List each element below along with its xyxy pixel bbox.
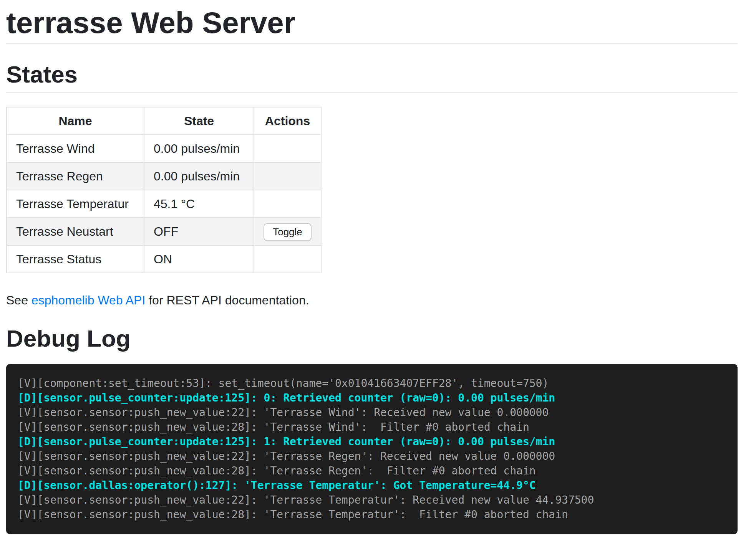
row-state: OFF bbox=[144, 218, 254, 245]
states-divider bbox=[6, 92, 738, 93]
api-note: See esphomelib Web API for REST API docu… bbox=[6, 291, 738, 309]
table-row: Terrasse Temperatur 45.1 °C bbox=[7, 190, 321, 218]
row-state: 45.1 °C bbox=[144, 190, 254, 218]
table-row: Terrasse Neustart OFF Toggle bbox=[7, 218, 321, 245]
row-name: Terrasse Regen bbox=[7, 162, 144, 190]
log-line: [V][sensor.sensor:push_new_value:22]: 'T… bbox=[18, 405, 726, 420]
toggle-button[interactable]: Toggle bbox=[264, 223, 312, 241]
log-line: [D][sensor.dallas:operator():127]: 'Terr… bbox=[18, 478, 726, 493]
api-note-prefix: See bbox=[6, 293, 32, 307]
row-state: 0.00 pulses/min bbox=[144, 135, 254, 162]
esphomelib-web-api-link[interactable]: esphomelib Web API bbox=[32, 293, 145, 307]
log-line: [D][sensor.pulse_counter:update:125]: 0:… bbox=[18, 391, 726, 405]
table-row: Terrasse Status ON bbox=[7, 245, 321, 273]
row-actions bbox=[254, 135, 321, 162]
row-state: 0.00 pulses/min bbox=[144, 162, 254, 190]
table-row: Terrasse Wind 0.00 pulses/min bbox=[7, 135, 321, 162]
table-header-row: Name State Actions bbox=[7, 107, 321, 135]
states-table: Name State Actions Terrasse Wind 0.00 pu… bbox=[6, 107, 322, 273]
states-heading: States bbox=[6, 61, 738, 88]
debug-log-panel: [V][component:set_timeout:53]: set_timeo… bbox=[6, 364, 738, 534]
log-line: [V][sensor.sensor:push_new_value:28]: 'T… bbox=[18, 507, 726, 522]
row-name: Terrasse Wind bbox=[7, 135, 144, 162]
row-state: ON bbox=[144, 245, 254, 273]
row-name: Terrasse Neustart bbox=[7, 218, 144, 245]
row-actions: Toggle bbox=[254, 218, 321, 245]
log-line: [V][sensor.sensor:push_new_value:22]: 'T… bbox=[18, 449, 726, 464]
column-header-actions: Actions bbox=[254, 107, 321, 135]
log-line: [V][sensor.sensor:push_new_value:28]: 'T… bbox=[18, 420, 726, 435]
row-actions bbox=[254, 245, 321, 273]
column-header-state: State bbox=[144, 107, 254, 135]
log-line: [V][component:set_timeout:53]: set_timeo… bbox=[18, 376, 726, 391]
api-note-suffix: for REST API documentation. bbox=[145, 293, 309, 307]
row-name: Terrasse Status bbox=[7, 245, 144, 273]
row-actions bbox=[254, 190, 321, 218]
row-name: Terrasse Temperatur bbox=[7, 190, 144, 218]
title-divider bbox=[6, 43, 738, 44]
log-line: [V][sensor.sensor:push_new_value:22]: 'T… bbox=[18, 493, 726, 507]
column-header-name: Name bbox=[7, 107, 144, 135]
debug-log-heading: Debug Log bbox=[6, 325, 738, 352]
log-line: [V][sensor.sensor:push_new_value:28]: 'T… bbox=[18, 464, 726, 478]
table-row: Terrasse Regen 0.00 pulses/min bbox=[7, 162, 321, 190]
log-line: [D][sensor.pulse_counter:update:125]: 1:… bbox=[18, 435, 726, 449]
row-actions bbox=[254, 162, 321, 190]
page-title: terrasse Web Server bbox=[6, 5, 738, 40]
